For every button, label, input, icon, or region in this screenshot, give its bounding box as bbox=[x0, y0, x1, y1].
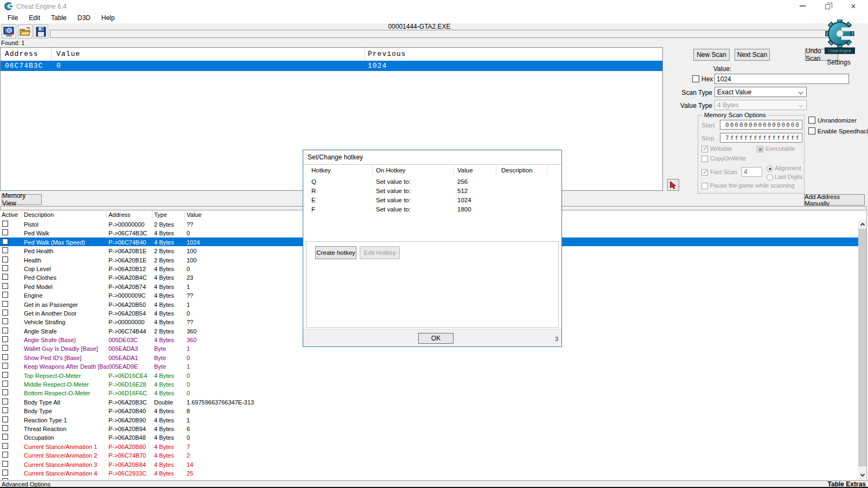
active-checkbox[interactable] bbox=[2, 274, 8, 280]
table-row[interactable]: Middle Respect-O-Meter P->06D16E28 4 Byt… bbox=[0, 380, 858, 388]
column-header-previous[interactable]: Previous bbox=[368, 50, 406, 58]
hotkey-row[interactable]: E Set value to: 1024 bbox=[303, 196, 561, 205]
fast-scan-alignment-input[interactable] bbox=[742, 167, 762, 177]
next-scan-button[interactable]: Next Scan bbox=[735, 49, 770, 61]
active-checkbox[interactable] bbox=[2, 416, 8, 422]
active-checkbox[interactable] bbox=[2, 470, 8, 476]
menu-item[interactable]: Edit bbox=[23, 14, 46, 22]
menu-item[interactable]: D3D bbox=[72, 14, 96, 22]
active-checkbox[interactable] bbox=[2, 354, 8, 360]
scrollbar-thumb[interactable] bbox=[858, 229, 866, 466]
active-checkbox[interactable] bbox=[2, 256, 8, 262]
column-header-value[interactable]: Value bbox=[187, 211, 201, 218]
column-header-description[interactable]: Description bbox=[501, 167, 533, 174]
active-checkbox[interactable] bbox=[2, 372, 8, 378]
hex-checkbox[interactable] bbox=[692, 75, 699, 82]
table-row[interactable]: Keep Weapons After Death [Base] 005EAD9E… bbox=[0, 362, 858, 370]
menu-item[interactable]: Table bbox=[46, 14, 72, 22]
unrandomizer-checkbox[interactable] bbox=[808, 117, 815, 124]
restore-button[interactable] bbox=[816, 0, 838, 12]
alignment-radio[interactable] bbox=[767, 165, 773, 172]
table-row[interactable]: Show Ped ID's [Base] 005EADA1 Byte 0 bbox=[0, 353, 858, 362]
hotkey-row[interactable]: F Set value to: 1800 bbox=[303, 205, 561, 214]
active-checkbox[interactable] bbox=[2, 399, 8, 404]
table-row[interactable]: Current Stance/Animation 1 P->06A20B80 4… bbox=[0, 442, 858, 451]
active-checkbox[interactable] bbox=[2, 328, 8, 333]
active-checkbox[interactable] bbox=[2, 318, 8, 324]
column-header-hotkey[interactable]: Hotkey bbox=[311, 167, 371, 174]
table-row[interactable] bbox=[0, 477, 858, 480]
memory-view-button[interactable]: Memory View bbox=[2, 194, 42, 205]
active-checkbox[interactable] bbox=[2, 478, 8, 480]
column-header-address[interactable]: Address bbox=[5, 50, 39, 58]
active-checkbox[interactable] bbox=[2, 221, 8, 227]
menu-item[interactable]: File bbox=[2, 14, 23, 22]
add-address-manually-button[interactable]: Add Address Manually bbox=[804, 194, 865, 206]
column-header-on-hotkey[interactable]: On Hotkey bbox=[376, 167, 405, 174]
active-checkbox[interactable] bbox=[2, 239, 8, 245]
scroll-up-button[interactable] bbox=[858, 220, 866, 229]
table-row[interactable]: Current Stance/Animation 2 P->06C74B70 4… bbox=[0, 451, 858, 459]
table-row[interactable]: Current Stance/Animation 3 P->06A20B84 4… bbox=[0, 460, 858, 468]
column-header-type[interactable]: Type bbox=[154, 211, 167, 218]
close-button[interactable]: ✕ bbox=[843, 0, 864, 12]
table-row[interactable]: Reaction Type 1 P->06A20B90 4 Bytes 1 bbox=[0, 415, 858, 424]
active-checkbox[interactable] bbox=[2, 310, 8, 316]
last-digits-radio[interactable] bbox=[767, 174, 773, 181]
active-checkbox[interactable] bbox=[2, 301, 8, 307]
table-row[interactable]: Bottom Respect-O-Meter P->06D16F6C 4 Byt… bbox=[0, 388, 858, 397]
row-type: Byte bbox=[154, 344, 186, 353]
minimize-button[interactable] bbox=[792, 0, 813, 12]
menu-item[interactable]: Help bbox=[96, 14, 120, 22]
active-checkbox[interactable] bbox=[2, 434, 8, 440]
scan-result-row[interactable]: 06C74B3C 0 1024 bbox=[1, 61, 662, 71]
active-checkbox[interactable] bbox=[2, 292, 8, 298]
start-address-input[interactable] bbox=[720, 120, 802, 130]
scroll-down-button[interactable] bbox=[858, 471, 866, 480]
pause-game-checkbox[interactable] bbox=[701, 183, 708, 189]
active-checkbox[interactable] bbox=[2, 443, 8, 449]
active-checkbox[interactable] bbox=[2, 336, 8, 342]
table-row[interactable]: Threat Reaction P->06A20B94 4 Bytes 6 bbox=[0, 424, 858, 433]
active-checkbox[interactable] bbox=[2, 247, 8, 253]
scan-type-select[interactable]: Exact Value bbox=[714, 87, 807, 97]
vertical-scrollbar[interactable] bbox=[858, 220, 866, 480]
enable-speedhack-checkbox[interactable] bbox=[808, 127, 815, 134]
hotkey-row[interactable]: Q Set value to: 256 bbox=[303, 177, 561, 187]
table-row[interactable]: Top Repsect-O-Meter P->06D16CE4 4 Bytes … bbox=[0, 371, 858, 380]
active-checkbox[interactable] bbox=[2, 452, 8, 458]
table-row[interactable]: Occupation P->06A20B48 4 Bytes 0 bbox=[0, 433, 858, 441]
column-header-active[interactable]: Active bbox=[2, 211, 18, 218]
fast-scan-checkbox[interactable]: ✓ bbox=[701, 169, 708, 176]
active-checkbox[interactable] bbox=[2, 407, 8, 413]
create-hotkey-button[interactable]: Create hotkey bbox=[315, 246, 356, 259]
settings-link[interactable]: Settings bbox=[817, 59, 860, 66]
table-row[interactable]: Current Stance/Animation 4 P->06C2933C 4… bbox=[0, 468, 858, 477]
edit-hotkey-button[interactable]: Edit Hotkey bbox=[360, 246, 400, 259]
active-checkbox[interactable] bbox=[2, 363, 8, 369]
active-checkbox[interactable] bbox=[2, 461, 8, 467]
table-row[interactable]: Body Type Alt P->06A20B3C Double 1.69759… bbox=[0, 397, 858, 406]
active-checkbox[interactable] bbox=[2, 345, 8, 351]
copyonwrite-checkbox[interactable] bbox=[701, 156, 708, 162]
table-row[interactable]: Body Type P->06A20B40 4 Bytes 8 bbox=[0, 406, 858, 415]
executable-checkbox[interactable] bbox=[757, 146, 763, 152]
active-checkbox[interactable] bbox=[2, 389, 8, 395]
active-checkbox[interactable] bbox=[2, 283, 8, 289]
active-checkbox[interactable] bbox=[2, 381, 8, 387]
column-header-description[interactable]: Description bbox=[24, 211, 54, 218]
stop-address-input[interactable] bbox=[720, 133, 802, 143]
active-checkbox[interactable] bbox=[2, 229, 8, 235]
new-scan-button[interactable]: New Scan bbox=[693, 49, 730, 61]
column-header-address[interactable]: Address bbox=[108, 211, 130, 218]
column-header-value[interactable]: Value bbox=[457, 167, 473, 174]
active-checkbox[interactable] bbox=[2, 265, 8, 271]
ok-button[interactable]: OK bbox=[418, 333, 454, 344]
active-checkbox[interactable] bbox=[2, 425, 8, 431]
column-header-value[interactable]: Value bbox=[56, 50, 80, 58]
add-selected-addresses-button[interactable] bbox=[667, 179, 679, 191]
scan-value-input[interactable] bbox=[714, 74, 849, 84]
writable-checkbox[interactable]: ✓ bbox=[701, 146, 708, 152]
hotkey-row[interactable]: R Set value to: 512 bbox=[303, 187, 561, 196]
value-type-select[interactable]: 4 Bytes bbox=[714, 100, 807, 110]
